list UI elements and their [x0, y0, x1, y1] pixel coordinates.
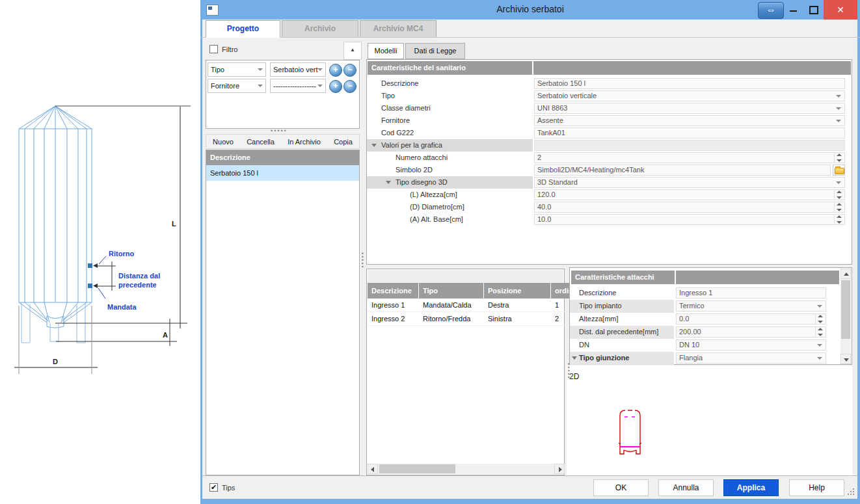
- tipo-giunzione-select[interactable]: Flangia: [676, 352, 826, 364]
- spinner[interactable]: [815, 314, 825, 324]
- maximize-button[interactable]: [804, 0, 822, 20]
- filter-field-select[interactable]: Fornitore: [208, 79, 266, 93]
- collapse-filter-button[interactable]: ▲: [343, 42, 362, 60]
- property-group-row[interactable]: Tipo giunzione Flangia: [570, 352, 852, 365]
- window-border-bottom: [200, 499, 860, 504]
- dn-select[interactable]: DN 10: [676, 339, 826, 351]
- scroll-down-button[interactable]: [840, 354, 851, 364]
- list-item-selected[interactable]: Serbatoio 150 l: [206, 165, 359, 181]
- diametro-stepper[interactable]: 40.0: [534, 202, 845, 213]
- property-group-row[interactable]: Tipo disegno 3D 3D Standard: [367, 176, 852, 189]
- filter-value-select[interactable]: ------------------: [270, 79, 326, 93]
- filter-box: Tipo Serbatoio vert + − Fornitore ------…: [206, 60, 360, 129]
- column-header[interactable]: Descrizione: [368, 283, 419, 298]
- spin-up-icon[interactable]: [837, 203, 842, 206]
- spinner[interactable]: [834, 190, 844, 200]
- column-header[interactable]: Posizione: [484, 283, 551, 298]
- tab-dati-di-legge[interactable]: Dati di Legge: [405, 43, 465, 59]
- splitter-handle[interactable]: •••••: [271, 127, 288, 134]
- tipo-select[interactable]: Serbatoio verticale: [534, 90, 845, 101]
- spin-down-icon[interactable]: [837, 221, 842, 224]
- scrollbar-thumb[interactable]: [379, 464, 455, 473]
- spin-up-icon[interactable]: [818, 328, 823, 330]
- simbolo-2d-field[interactable]: Simboli2D/MC4/Heating/mc4Tank: [534, 165, 831, 176]
- in-archivio-button[interactable]: In Archivio: [288, 138, 321, 146]
- expand-arrow-icon[interactable]: [386, 181, 391, 184]
- attacco-altezza-stepper[interactable]: 0.0: [676, 313, 826, 325]
- spinner[interactable]: [834, 202, 844, 212]
- attacco-descrizione-field[interactable]: Ingresso 1: [676, 287, 826, 298]
- property-row: (L) Altezza[cm] 120.0: [367, 189, 852, 201]
- applica-button[interactable]: Applica: [723, 479, 779, 496]
- nuovo-button[interactable]: Nuovo: [213, 138, 234, 146]
- fornitore-select[interactable]: Assente: [534, 115, 845, 126]
- group-label: Tipo disegno 3D: [367, 176, 533, 189]
- expand-arrow-icon[interactable]: [572, 356, 577, 360]
- chevron-down-icon: [817, 357, 822, 360]
- property-row: Descrizione Serbatoio 150 l: [367, 77, 852, 90]
- ok-button[interactable]: OK: [593, 479, 649, 496]
- resize-grip[interactable]: [847, 488, 855, 496]
- horizontal-scrollbar[interactable]: [368, 464, 565, 474]
- scroll-up-button[interactable]: [840, 269, 851, 279]
- table-row[interactable]: Ingresso 2 Ritorno/Fredda Sinistra 2: [368, 312, 582, 326]
- tab-archivio[interactable]: Archivio: [282, 20, 358, 38]
- column-header[interactable]: Tipo: [419, 283, 484, 298]
- property-group-row[interactable]: Valori per la grafica: [367, 139, 852, 152]
- spin-up-icon[interactable]: [837, 215, 842, 218]
- help-button[interactable]: Help: [789, 479, 844, 496]
- filter-field-select[interactable]: Tipo: [208, 62, 266, 77]
- property-label: Fornitore: [367, 114, 410, 127]
- close-button[interactable]: ✕: [824, 0, 857, 20]
- tips-checkbox[interactable]: ✔: [209, 483, 218, 492]
- alt-base-stepper[interactable]: 10.0: [534, 214, 845, 225]
- classe-diametri-select[interactable]: UNI 8863: [534, 103, 845, 114]
- titlebar[interactable]: Archivio serbatoi ⇔ ✕: [200, 0, 860, 20]
- altezza-stepper[interactable]: 120.0: [534, 189, 845, 200]
- annulla-button[interactable]: Annulla: [658, 479, 714, 496]
- tab-archivio-mc4[interactable]: Archivio MC4: [360, 20, 437, 38]
- remove-filter-button[interactable]: −: [343, 64, 356, 77]
- spin-up-icon[interactable]: [818, 315, 823, 317]
- filtro-checkbox[interactable]: [209, 45, 218, 53]
- copia-button[interactable]: Copia: [334, 138, 353, 146]
- spin-down-icon[interactable]: [837, 196, 842, 199]
- browse-symbol-button[interactable]: [833, 165, 845, 176]
- flip-view-button[interactable]: ⇔: [758, 2, 784, 19]
- spin-down-icon[interactable]: [837, 159, 842, 162]
- spinner[interactable]: [834, 153, 844, 163]
- spin-up-icon[interactable]: [837, 153, 842, 156]
- spin-down-icon[interactable]: [818, 334, 823, 336]
- vertical-scrollbar[interactable]: [840, 269, 851, 364]
- cancella-button[interactable]: Cancella: [247, 138, 275, 146]
- tipo-impianto-select[interactable]: Termico: [676, 300, 826, 312]
- splitter-handle[interactable]: •••••: [360, 252, 364, 269]
- scroll-right-button[interactable]: [554, 464, 565, 474]
- spin-down-icon[interactable]: [818, 321, 823, 323]
- spinner[interactable]: [815, 327, 825, 337]
- add-filter-button[interactable]: +: [329, 80, 342, 93]
- spin-down-icon[interactable]: [837, 209, 842, 211]
- dist-precedente-stepper[interactable]: 200.00: [676, 326, 826, 338]
- scrollbar-thumb[interactable]: [841, 280, 850, 339]
- scroll-left-button[interactable]: [368, 464, 378, 474]
- expand-arrow-icon[interactable]: [371, 144, 377, 147]
- numero-attacchi-stepper[interactable]: 2: [534, 152, 845, 163]
- collapse-arrow-icon: ▲: [350, 47, 355, 53]
- chevron-down-icon: [817, 344, 822, 347]
- tipo-disegno-3d-select[interactable]: 3D Standard: [534, 177, 845, 188]
- tab-modelli[interactable]: Modelli: [368, 43, 404, 59]
- cod-g222-field[interactable]: TankA01: [534, 127, 845, 139]
- filter-value-select[interactable]: Serbatoio vert: [270, 62, 326, 77]
- remove-filter-button[interactable]: −: [343, 80, 356, 93]
- spinner[interactable]: [834, 215, 844, 224]
- filtro-label: Filtro: [222, 46, 237, 53]
- spin-up-icon[interactable]: [837, 191, 842, 193]
- dimension-label-l: L: [172, 220, 176, 228]
- minimize-button[interactable]: [785, 0, 803, 20]
- table-row[interactable]: Ingresso 1 Mandata/Calda Destra 1: [368, 298, 582, 312]
- tab-progetto[interactable]: Progetto: [206, 20, 280, 38]
- add-filter-button[interactable]: +: [329, 64, 342, 77]
- descrizione-field[interactable]: Serbatoio 150 l: [534, 78, 845, 89]
- filter-row: Fornitore ------------------ + −: [208, 79, 358, 94]
